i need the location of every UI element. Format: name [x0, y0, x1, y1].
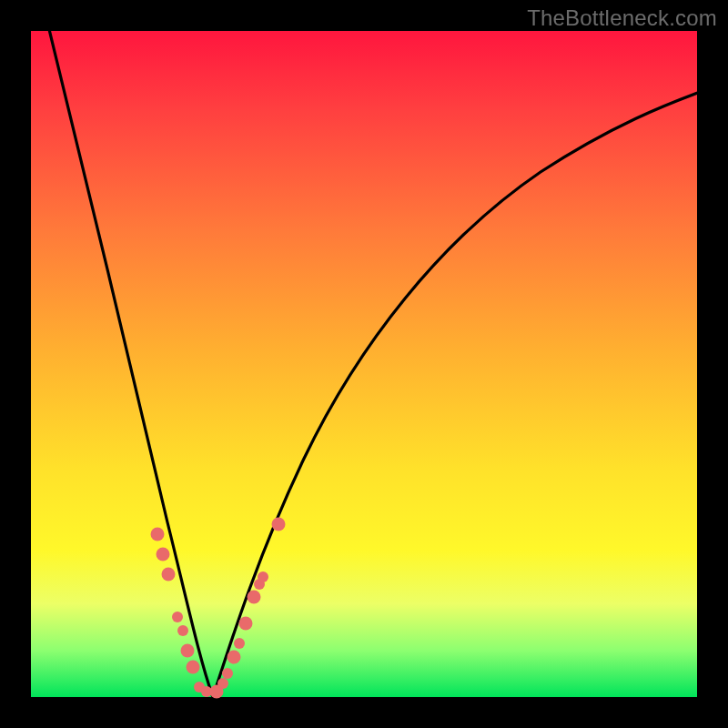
data-point [181, 644, 195, 658]
chart-frame: TheBottleneck.com [0, 0, 728, 728]
data-point [234, 638, 245, 649]
data-point [151, 528, 165, 541]
data-point [222, 668, 233, 679]
data-point [162, 568, 176, 581]
right-curve [213, 91, 697, 697]
data-point [187, 661, 200, 674]
curve-layer [31, 31, 697, 697]
data-point [258, 571, 268, 582]
left-curve [47, 31, 213, 697]
data-point [272, 518, 286, 531]
data-point [248, 591, 261, 604]
data-point [239, 617, 253, 631]
data-point [217, 678, 228, 689]
data-point [177, 625, 188, 636]
data-point [228, 651, 241, 664]
data-point [157, 548, 170, 561]
plot-area [31, 31, 697, 697]
data-point [172, 612, 183, 622]
watermark-text: TheBottleneck.com [527, 5, 717, 31]
